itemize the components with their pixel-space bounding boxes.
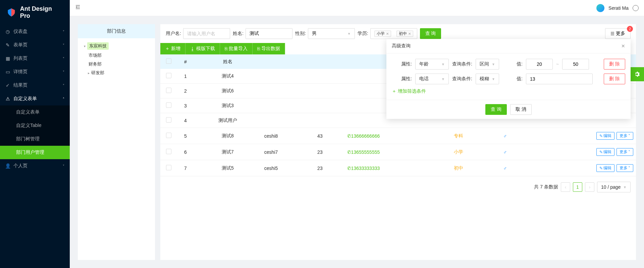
adv-val-to[interactable] xyxy=(562,59,589,70)
username-input[interactable] xyxy=(183,28,230,39)
sidebar-item[interactable]: ◷仪表盘˅ xyxy=(0,25,70,38)
sidebar-subitem[interactable]: 自定义表单 xyxy=(0,105,70,119)
sidebar-subitem[interactable]: 自定义Table xyxy=(0,119,70,132)
sidebar-item[interactable]: ▦列表页˅ xyxy=(0,52,70,65)
table-panel: 用户名: 姓名: 性别: 男 ▼ 学 xyxy=(160,24,636,260)
sidebar-item[interactable]: ▭详情页˅ xyxy=(0,65,70,79)
row-checkbox[interactable] xyxy=(166,133,171,138)
chevron-down-icon: ˅ xyxy=(63,43,64,47)
export-button[interactable]: ⎘导出数据 xyxy=(253,43,285,54)
sidebar-item[interactable]: ✎表单页˅ xyxy=(0,38,70,52)
edu-tag[interactable]: 初中✕ xyxy=(396,31,413,37)
form-icon: ✎ xyxy=(5,42,10,48)
adv-delete-button[interactable]: 删 除 xyxy=(604,59,625,70)
avatar[interactable] xyxy=(596,4,604,12)
close-icon[interactable]: ✕ xyxy=(621,43,625,49)
logo[interactable]: Ant Design Pro xyxy=(0,0,70,25)
adv-cond-select[interactable]: 区间▼ xyxy=(476,59,499,70)
tree-node[interactable]: 财务部 xyxy=(79,60,154,69)
edit-icon: ✎ xyxy=(599,134,603,138)
chevron-down-icon: ▼ xyxy=(441,77,445,81)
name-label: 姓名: xyxy=(233,31,244,37)
user-icon: 👤 xyxy=(5,163,10,169)
batch-import-button[interactable]: ⎘批量导入 xyxy=(220,43,253,54)
name-input[interactable] xyxy=(246,28,292,39)
phone-link[interactable]: ✆13666666666 xyxy=(347,133,380,139)
row-checkbox[interactable] xyxy=(166,149,171,154)
username[interactable]: Serati Ma xyxy=(608,5,629,11)
template-download-button[interactable]: ⭳模版下载 xyxy=(185,43,220,54)
close-icon[interactable]: ✕ xyxy=(408,32,411,36)
row-checkbox[interactable] xyxy=(166,88,171,93)
row-checkbox[interactable] xyxy=(166,165,171,170)
language-icon[interactable] xyxy=(633,5,639,11)
tree-node[interactable]: ▸研发部 xyxy=(79,69,154,77)
adv-query-button[interactable]: 查 询 xyxy=(485,104,507,115)
main-menu: ◷仪表盘˅✎表单页˅▦列表页˅▭详情页˅✓结果页˅⚠自定义表单˄自定义表单自定义… xyxy=(0,25,70,173)
close-icon[interactable]: ✕ xyxy=(386,32,389,36)
edu-tag[interactable]: 小学✕ xyxy=(374,31,391,37)
sidebar-subitem[interactable]: 部门树管理 xyxy=(0,132,70,146)
settings-fab[interactable] xyxy=(630,67,644,81)
adv-delete-button[interactable]: 删 除 xyxy=(604,74,625,84)
chevron-down-icon: ▼ xyxy=(347,32,351,36)
row-checkbox[interactable] xyxy=(166,73,171,78)
col-index: # xyxy=(177,54,194,69)
advanced-query-panel: 高级查询 ✕ 属性: 年龄▼ 查询条件: 区间▼ 值: ~ 删 除 属性: 电话… xyxy=(386,39,631,119)
adv-attr-select[interactable]: 电话▼ xyxy=(415,74,449,84)
page-number[interactable]: 1 xyxy=(573,182,582,192)
phone-link[interactable]: ✆13633333333 xyxy=(347,166,380,171)
row-more-button[interactable]: 更多 ˅ xyxy=(616,148,633,156)
page-size-select[interactable]: 10 / page▼ xyxy=(597,182,631,192)
gender-select[interactable]: 男 ▼ xyxy=(308,28,355,39)
phone-link[interactable]: ✆13655555555 xyxy=(347,149,380,155)
adv-val-input[interactable] xyxy=(526,74,593,84)
sidebar-item[interactable]: ⚠自定义表单˄ xyxy=(0,92,70,105)
adv-cond-select[interactable]: 模糊▼ xyxy=(476,74,499,84)
chevron-down-icon: ▼ xyxy=(492,62,495,66)
more-button[interactable]: 更多 2 xyxy=(605,28,631,39)
next-page[interactable]: › xyxy=(585,182,594,192)
dept-tree-panel: 部门信息 ▾东宸科技市场部财务部▸研发部 xyxy=(78,24,155,260)
edit-button[interactable]: ✎编辑 xyxy=(596,132,614,140)
row-checkbox[interactable] xyxy=(166,117,171,123)
sidebar-item[interactable]: 👤个人页˅ xyxy=(0,159,70,173)
edit-button[interactable]: ✎编辑 xyxy=(596,148,614,156)
chevron-down-icon: ▼ xyxy=(623,185,627,189)
search-button[interactable]: 查 询 xyxy=(420,28,441,39)
row-checkbox[interactable] xyxy=(166,102,171,108)
male-icon: ♂ xyxy=(503,133,507,139)
tree-switcher-icon[interactable]: ▾ xyxy=(82,44,87,48)
tree-switcher-icon[interactable]: ▸ xyxy=(86,71,91,75)
download-icon: ⭳ xyxy=(190,46,195,51)
edu-text: 专科 xyxy=(454,133,463,138)
select-all-checkbox[interactable] xyxy=(166,58,171,64)
add-condition-button[interactable]: ＋增加筛选条件 xyxy=(392,88,426,94)
row-more-button[interactable]: 更多 ˅ xyxy=(616,164,633,172)
sidebar-subitem[interactable]: 部门用户管理 xyxy=(0,146,70,159)
menu-fold-icon[interactable] xyxy=(75,4,80,11)
adv-val-from[interactable] xyxy=(526,59,553,70)
chevron-down-icon: ˅ xyxy=(63,84,64,87)
sidebar-item[interactable]: ✓结果页˅ xyxy=(0,79,70,92)
username-label: 用户名: xyxy=(166,31,181,37)
col-name: 姓名 xyxy=(194,54,262,69)
chevron-down-icon: ˅ xyxy=(63,30,64,34)
result-icon: ✓ xyxy=(5,83,10,88)
chevron-up-icon: ˄ xyxy=(63,97,64,101)
row-more-button[interactable]: 更多 ˅ xyxy=(616,132,633,140)
badge: 2 xyxy=(627,26,633,32)
logo-icon xyxy=(7,8,16,17)
tree-node[interactable]: 市场部 xyxy=(79,51,154,60)
prev-page[interactable]: ‹ xyxy=(561,182,570,192)
adv-cancel-button[interactable]: 取 消 xyxy=(510,104,532,115)
adv-attr-select[interactable]: 年龄▼ xyxy=(415,59,449,70)
tree-title: 部门信息 xyxy=(78,24,155,38)
add-button[interactable]: ＋新增 xyxy=(160,43,185,54)
chevron-down-icon: ˅ xyxy=(63,57,64,60)
tree-node[interactable]: ▾东宸科技 xyxy=(79,41,154,51)
edu-select[interactable]: 小学✕ 初中✕ xyxy=(370,28,417,39)
edit-button[interactable]: ✎编辑 xyxy=(596,164,614,172)
table-row: 6 测试7 ceshi7 23 ✆13655555555 小学 ♂ ✎编辑 更多… xyxy=(160,144,636,160)
chevron-down-icon: ˅ xyxy=(628,150,630,154)
